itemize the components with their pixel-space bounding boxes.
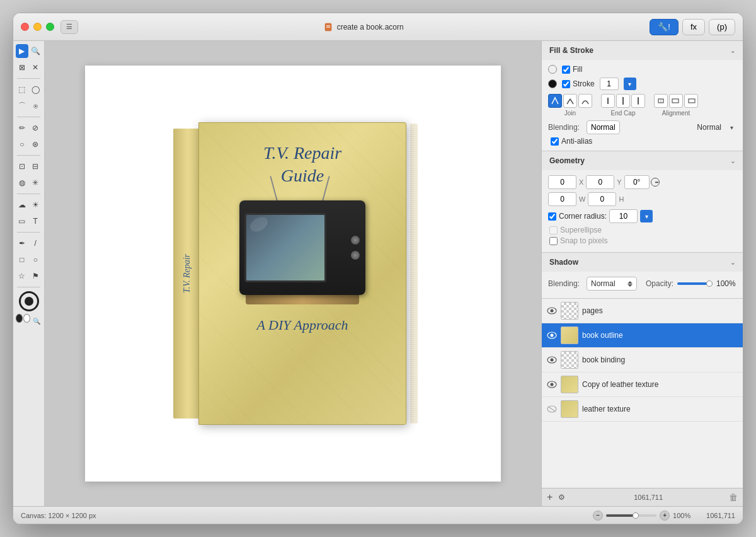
layer-item-pages[interactable]: pages <box>542 299 743 323</box>
sidebar-toggle-button[interactable]: ☰ <box>60 20 78 34</box>
svg-rect-10 <box>689 99 695 103</box>
angle-input[interactable] <box>624 175 650 189</box>
zoom-out-button[interactable]: − <box>593 511 603 521</box>
layer-eye-leather[interactable] <box>547 404 557 414</box>
endcap-btn-2[interactable] <box>616 94 630 108</box>
corner-radius-input[interactable] <box>609 209 638 223</box>
layer-thumb-leather <box>561 400 578 418</box>
align-btn-1[interactable] <box>654 94 668 108</box>
crop-tool[interactable]: ⊠ <box>16 61 28 74</box>
layer-item-book-outline[interactable]: book outline <box>542 323 743 348</box>
text-tool[interactable]: T <box>30 214 42 228</box>
stroke-arrow-button[interactable]: ▾ <box>624 78 636 90</box>
fill-checkbox[interactable] <box>562 66 570 74</box>
lasso-tool[interactable]: ⌒ <box>16 99 28 113</box>
right-panel: Fill & Stroke ⌄ Fill <box>541 41 743 506</box>
x-input[interactable] <box>548 175 576 189</box>
zoom-slider[interactable] <box>606 514 656 517</box>
select-tool[interactable]: ▶ <box>16 44 28 58</box>
shadow-header[interactable]: Shadow ⌄ <box>542 253 743 272</box>
magic-lasso-tool[interactable]: ⍟ <box>30 99 42 113</box>
superellipse-checkbox[interactable] <box>549 226 558 234</box>
layer-item-leather[interactable]: leather texture <box>542 397 743 422</box>
oval-vector-tool[interactable]: ○ <box>30 253 42 267</box>
zoom-tool-2[interactable]: 🔍 <box>31 314 42 328</box>
brush-tool[interactable]: ○ <box>16 137 28 151</box>
canvas-info: Canvas: 1200 × 1200 px <box>21 512 96 519</box>
layer-item-leather-copy[interactable]: Copy of leather texture <box>542 372 743 397</box>
blending-select[interactable]: Normal <box>587 120 620 134</box>
join-btn-3[interactable] <box>578 94 592 108</box>
close-button[interactable] <box>21 23 29 31</box>
layer-thumb-leather-copy <box>561 376 578 393</box>
y-input[interactable] <box>586 175 614 189</box>
endcap-btn-1[interactable] <box>601 94 615 108</box>
foreground-color[interactable] <box>16 314 23 323</box>
shadow-blending-stepper[interactable] <box>627 281 633 287</box>
antialias-checkbox[interactable] <box>551 137 559 146</box>
endcap-btn-3[interactable] <box>631 94 645 108</box>
eraser-tool[interactable]: ⊟ <box>30 159 42 173</box>
stroke-checkbox[interactable] <box>562 80 570 88</box>
layer-eye-book-binding[interactable] <box>547 355 557 365</box>
layer-eye-book-outline[interactable] <box>547 330 557 340</box>
ellipse-select-tool[interactable]: ◯ <box>30 83 42 96</box>
flag-tool[interactable]: ⚑ <box>30 269 42 283</box>
corner-radius-arrow[interactable]: ▾ <box>640 210 653 222</box>
coordinate-display: 1061,711 <box>706 512 735 519</box>
stroke-color-circle[interactable] <box>548 79 557 88</box>
dodge-tool[interactable]: ◍ <box>16 176 28 190</box>
layer-item-book-binding[interactable]: book binding <box>542 348 743 372</box>
layer-eye-leather-copy[interactable] <box>547 379 557 390</box>
zoom-in-button[interactable]: + <box>660 511 670 521</box>
titlebar-center: create a book.acorn <box>84 23 643 32</box>
corner-radius-checkbox[interactable] <box>548 212 556 221</box>
geometry-chevron: ⌄ <box>730 158 735 165</box>
stroke-checkbox-label[interactable]: Stroke <box>562 79 595 88</box>
join-btn-1[interactable] <box>548 94 562 108</box>
snap-checkbox[interactable] <box>549 237 558 245</box>
layer-eye-pages[interactable] <box>547 306 557 316</box>
star-tool[interactable]: ☆ <box>16 269 28 283</box>
cloud-tool[interactable]: ☁ <box>16 198 28 212</box>
geometry-header[interactable]: Geometry ⌄ <box>542 151 743 170</box>
align-btn-2[interactable] <box>669 94 683 108</box>
h-input[interactable] <box>588 192 616 206</box>
align-btn-3[interactable] <box>684 94 698 108</box>
join-btn-2[interactable] <box>563 94 577 108</box>
shadow-chevron: ⌄ <box>730 259 735 266</box>
fill-checkbox-label[interactable]: Fill <box>562 65 582 74</box>
paint-bucket-tool[interactable]: ⊡ <box>16 159 28 173</box>
opacity-slider[interactable] <box>677 282 713 285</box>
minimize-button[interactable] <box>33 23 42 31</box>
canvas-area[interactable]: T.V. Repair T.V. Repair Guide <box>45 41 541 506</box>
sun-tool[interactable]: ☀ <box>30 198 42 212</box>
maximize-button[interactable] <box>46 23 54 31</box>
pen-tool[interactable]: ✒ <box>16 236 28 250</box>
layer-settings-button[interactable]: ⚙ <box>555 491 568 504</box>
w-input[interactable] <box>548 192 576 206</box>
clone-tool[interactable]: ⊛ <box>30 137 42 151</box>
delete-layer-button[interactable]: 🗑 <box>729 492 738 502</box>
line-draw-tool[interactable]: / <box>30 236 42 250</box>
fill-stroke-header[interactable]: Fill & Stroke ⌄ <box>542 41 743 60</box>
background-color[interactable] <box>23 314 30 323</box>
line-tool[interactable]: ⊘ <box>30 121 42 135</box>
zoom-percentage: 100% <box>673 512 695 519</box>
fill-color-circle[interactable] <box>548 65 557 74</box>
add-layer-button[interactable]: + <box>547 492 553 502</box>
rect-vector-tool[interactable]: □ <box>16 253 28 267</box>
zoom-tool[interactable]: 🔍 <box>30 44 42 58</box>
rect-shape-tool[interactable]: ▭ <box>16 214 28 228</box>
type-tab-button[interactable]: (p) <box>709 19 735 35</box>
sharpen-tool[interactable]: ✳ <box>30 176 42 190</box>
svg-line-20 <box>548 407 556 412</box>
color-picker[interactable] <box>19 291 39 311</box>
transform-tool[interactable]: ✕ <box>30 61 42 74</box>
tools-tab-button[interactable]: 🔧! <box>650 19 679 35</box>
pencil-tool[interactable]: ✏ <box>16 121 28 135</box>
stroke-value-input[interactable] <box>600 78 619 90</box>
rect-select-tool[interactable]: ⬚ <box>16 83 28 96</box>
tv-stand <box>246 295 359 304</box>
effects-tab-button[interactable]: fx <box>682 19 705 35</box>
